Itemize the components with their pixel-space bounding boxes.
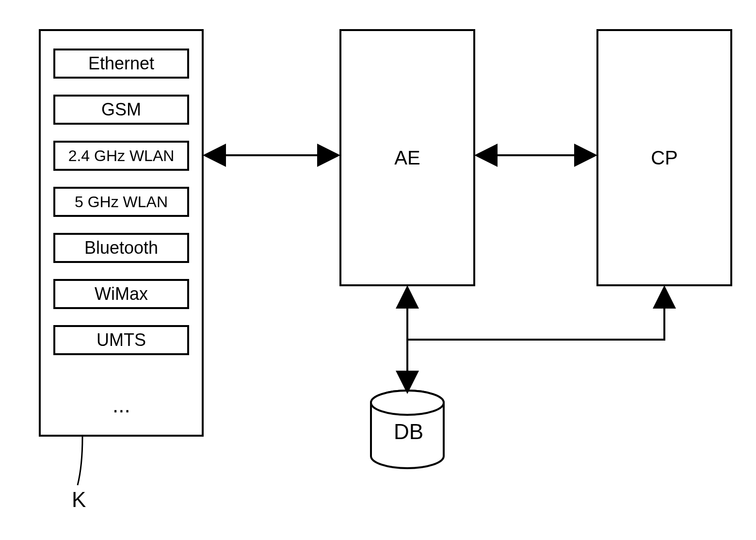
k-label: K	[72, 488, 86, 512]
protocol-item-wimax: WiMax	[53, 279, 189, 309]
diagram-canvas: Ethernet GSM 2.4 GHz WLAN 5 GHz WLAN Blu…	[0, 0, 756, 540]
db-label: DB	[394, 420, 423, 444]
protocol-item-bluetooth: Bluetooth	[53, 233, 189, 263]
protocol-item-24wlan: 2.4 GHz WLAN	[53, 141, 189, 171]
cp-block: CP	[596, 29, 732, 286]
protocol-item-gsm: GSM	[53, 95, 189, 125]
protocol-label: GSM	[101, 99, 141, 120]
svg-point-1	[371, 391, 444, 415]
protocol-label: WiMax	[95, 284, 148, 304]
k-curve	[78, 437, 82, 485]
ae-label: AE	[394, 147, 420, 169]
protocol-label: UMTS	[97, 330, 146, 350]
protocols-ellipsis: ...	[113, 393, 130, 417]
arrow-db-cp	[407, 291, 664, 340]
protocol-label: 5 GHz WLAN	[75, 193, 168, 211]
protocol-item-ethernet: Ethernet	[53, 49, 189, 79]
protocol-item-umts: UMTS	[53, 325, 189, 355]
ae-block: AE	[339, 29, 475, 286]
cp-label: CP	[651, 147, 678, 169]
protocol-item-5wlan: 5 GHz WLAN	[53, 187, 189, 217]
protocol-label: Bluetooth	[84, 238, 158, 258]
protocol-label: 2.4 GHz WLAN	[68, 147, 175, 165]
protocol-label: Ethernet	[88, 53, 154, 74]
svg-point-0	[371, 391, 444, 415]
